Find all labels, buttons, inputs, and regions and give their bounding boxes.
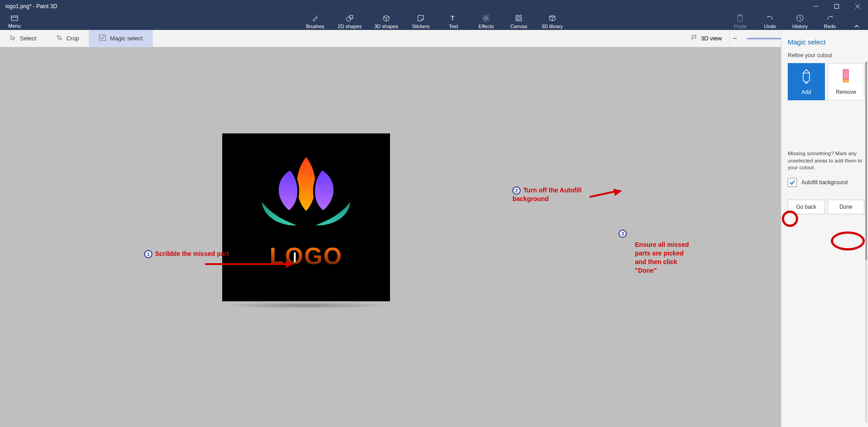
- history-icon: [796, 14, 804, 22]
- logo-text: LOGO: [269, 242, 342, 270]
- cursor-icon: [10, 34, 16, 42]
- svg-rect-23: [99, 35, 106, 40]
- pencil-add-icon: [800, 69, 812, 85]
- ribbon: Menu Brushes 2D shapes 3D shapes Sticker…: [0, 13, 868, 30]
- svg-rect-20: [738, 15, 742, 21]
- panel-scroll-thumb[interactable]: [865, 62, 867, 260]
- title-bar: logo1.png* - Paint 3D: [0, 0, 868, 13]
- effects-icon: [482, 14, 490, 22]
- canvas-icon: [515, 14, 523, 22]
- ribbon-tools: Brushes 2D shapes 3D shapes Stickers TTe…: [305, 13, 563, 30]
- crop-icon: [56, 34, 63, 42]
- annotation-1-arrowhead: [286, 260, 294, 268]
- annotation-3-ellipse: [831, 231, 865, 250]
- eraser-icon: [841, 69, 850, 85]
- panel-scrollbar[interactable]: [865, 62, 867, 422]
- tool-canvas[interactable]: Canvas: [509, 14, 529, 29]
- tool-effects[interactable]: Effects: [476, 14, 496, 29]
- svg-rect-24: [843, 69, 848, 79]
- svg-line-17: [483, 20, 484, 21]
- crop-button[interactable]: Crop: [46, 30, 89, 47]
- tool-paste: Paste: [730, 14, 750, 29]
- svg-point-6: [346, 17, 351, 21]
- brush-icon: [311, 14, 319, 22]
- autofill-checkbox-row[interactable]: Autofill background: [788, 178, 864, 187]
- close-button[interactable]: [847, 0, 868, 13]
- svg-line-15: [488, 20, 489, 21]
- window-title: logo1.png* - Paint 3D: [5, 3, 57, 10]
- tool-text[interactable]: TText: [444, 14, 463, 29]
- paste-icon: [736, 14, 744, 22]
- scribble-mark: [294, 252, 296, 262]
- magic-select-icon: [99, 34, 106, 42]
- library-icon: [548, 14, 556, 22]
- canvas-shadow: [222, 302, 390, 309]
- panel-hint: Missing something? Mark any unselected a…: [788, 150, 864, 172]
- shape2d-icon: [346, 14, 354, 22]
- svg-point-9: [485, 17, 488, 20]
- view-3d-button[interactable]: 3D view: [684, 30, 730, 47]
- tool-undo[interactable]: Undo: [760, 14, 780, 29]
- undo-icon: [766, 14, 774, 22]
- svg-line-14: [483, 15, 484, 16]
- menu-icon: [10, 14, 19, 22]
- annotation-2-ellipse: [782, 211, 798, 227]
- minimize-button[interactable]: [805, 0, 826, 13]
- collapse-ribbon-button[interactable]: [850, 24, 863, 29]
- tool-redo[interactable]: Redo: [820, 14, 840, 29]
- panel-subhead: Refine your cutout: [788, 52, 864, 59]
- tool-stickers[interactable]: Stickers: [411, 14, 431, 29]
- remove-tool[interactable]: Remove: [828, 63, 865, 100]
- autofill-checkbox[interactable]: [788, 178, 797, 187]
- tool-2d-shapes[interactable]: 2D shapes: [338, 14, 362, 29]
- shape3d-icon: [382, 14, 390, 22]
- annotation-1-arrow: [205, 263, 288, 265]
- tool-history[interactable]: History: [790, 14, 810, 29]
- magic-select-button[interactable]: Magic select: [89, 30, 152, 47]
- menu-button[interactable]: Menu: [0, 13, 29, 30]
- lotus-graphic: [247, 153, 365, 235]
- done-button[interactable]: Done: [828, 200, 865, 214]
- tool-brushes[interactable]: Brushes: [305, 14, 325, 29]
- add-tool[interactable]: Add: [788, 63, 825, 100]
- svg-rect-4: [11, 16, 18, 20]
- panel-title: Magic select: [788, 38, 864, 46]
- magic-select-panel: Magic select Refine your cutout Add Remo…: [781, 30, 868, 427]
- select-button[interactable]: Select: [0, 30, 46, 47]
- svg-rect-1: [835, 5, 839, 9]
- svg-text:T: T: [451, 15, 455, 22]
- svg-rect-18: [516, 15, 522, 21]
- maximize-button[interactable]: [826, 0, 847, 13]
- text-icon: T: [449, 14, 458, 22]
- zoom-out-button[interactable]: −: [730, 33, 741, 44]
- redo-icon: [826, 14, 834, 22]
- sticker-icon: [417, 14, 425, 22]
- autofill-label: Autofill background: [801, 179, 848, 186]
- canvas-image[interactable]: LOGO: [222, 133, 390, 301]
- svg-rect-19: [517, 17, 520, 20]
- canvas-area[interactable]: LOGO: [0, 47, 781, 427]
- svg-line-16: [488, 15, 489, 16]
- svg-rect-25: [843, 79, 848, 82]
- tool-3d-library[interactable]: 3D library: [541, 14, 563, 29]
- tool-3d-shapes[interactable]: 3D shapes: [374, 14, 398, 29]
- toolbar: Select Crop Magic select 3D view − + 200…: [0, 30, 868, 47]
- flag-icon: [691, 34, 697, 42]
